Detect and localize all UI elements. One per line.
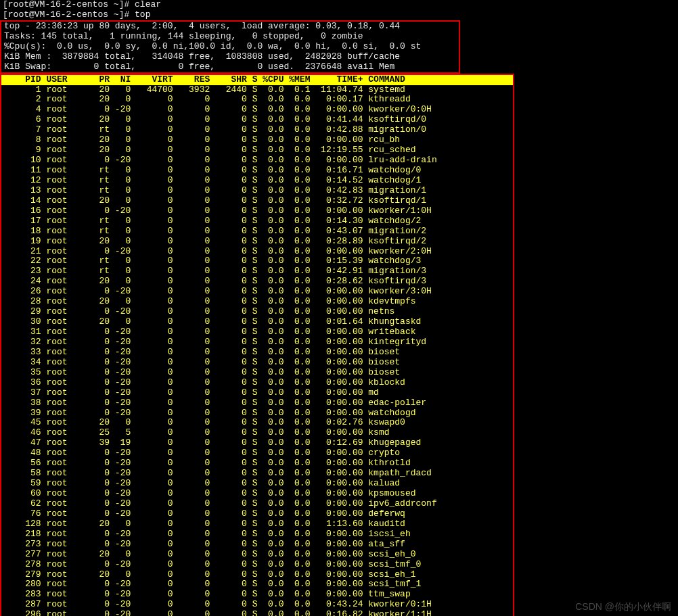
process-row: 31 root 0 -20 0 0 0 S 0.0 0.0 0:00.00 wr…	[1, 327, 513, 337]
process-row: 8 root 20 0 0 0 0 S 0.0 0.0 0:00.00 rcu_…	[1, 135, 513, 145]
prompt-line-2: [root@VM-16-2-centos ~]# top	[0, 10, 678, 20]
process-row: 62 root 0 -20 0 0 0 S 0.0 0.0 0:00.00 ip…	[1, 499, 513, 509]
process-row: 36 root 0 -20 0 0 0 S 0.0 0.0 0:00.00 kb…	[1, 378, 513, 388]
process-row: 29 root 0 -20 0 0 0 S 0.0 0.0 0:00.00 ne…	[1, 307, 513, 317]
process-row: 37 root 0 -20 0 0 0 S 0.0 0.0 0:00.00 md	[1, 388, 513, 398]
process-row: 39 root 0 -20 0 0 0 S 0.0 0.0 0:00.00 wa…	[1, 408, 513, 419]
process-row: 30 root 20 0 0 0 0 S 0.0 0.0 0:01.64 khu…	[1, 317, 513, 327]
prompt-line-1: [root@VM-16-2-centos ~]# clear	[0, 0, 678, 10]
process-row: 279 root 20 0 0 0 0 S 0.0 0.0 0:00.00 sc…	[1, 570, 513, 580]
top-summary-box: top - 23:36:23 up 80 days, 2:00, 4 users…	[0, 20, 460, 74]
summary-tasks: Tasks: 145 total, 1 running, 144 sleepin…	[4, 32, 456, 42]
process-row: 13 root rt 0 0 0 0 S 0.0 0.0 0:42.83 mig…	[1, 186, 513, 196]
process-row: 280 root 0 -20 0 0 0 S 0.0 0.0 0:00.00 s…	[1, 579, 513, 590]
process-row: 35 root 0 -20 0 0 0 S 0.0 0.0 0:00.00 bi…	[1, 368, 513, 378]
process-row: 47 root 39 19 0 0 0 S 0.0 0.0 0:12.69 kh…	[1, 438, 513, 448]
process-row: 48 root 0 -20 0 0 0 S 0.0 0.0 0:00.00 cr…	[1, 448, 513, 458]
process-row: 2 root 20 0 0 0 0 S 0.0 0.0 0:00.17 kthr…	[1, 95, 513, 105]
process-row: 26 root 0 -20 0 0 0 S 0.0 0.0 0:00.00 kw…	[1, 287, 513, 297]
process-row: 33 root 0 -20 0 0 0 S 0.0 0.0 0:00.00 bi…	[1, 348, 513, 358]
watermark: CSDN @你的小伙伴啊	[575, 601, 671, 612]
summary-cpu: %Cpu(s): 0.0 us, 0.0 sy, 0.0 ni,100.0 id…	[4, 42, 456, 52]
process-row: 128 root 20 0 0 0 0 S 0.0 0.0 1:13.60 ka…	[1, 519, 513, 529]
process-row: 287 root 0 -20 0 0 0 S 0.0 0.0 0:43.24 k…	[1, 600, 513, 610]
process-row: 17 root rt 0 0 0 0 S 0.0 0.0 0:14.30 wat…	[1, 216, 513, 227]
process-row: 58 root 0 -20 0 0 0 S 0.0 0.0 0:00.00 km…	[1, 469, 513, 479]
process-row: 22 root rt 0 0 0 0 S 0.0 0.0 0:15.39 wat…	[1, 256, 513, 266]
process-row: 7 root rt 0 0 0 0 S 0.0 0.0 0:42.88 migr…	[1, 125, 513, 135]
process-row: 23 root rt 0 0 0 0 S 0.0 0.0 0:42.91 mig…	[1, 266, 513, 277]
process-row: 278 root 0 -20 0 0 0 S 0.0 0.0 0:00.00 s…	[1, 560, 513, 570]
process-row: 46 root 25 5 0 0 0 S 0.0 0.0 0:00.00 ksm…	[1, 428, 513, 438]
process-row: 273 root 0 -20 0 0 0 S 0.0 0.0 0:00.00 a…	[1, 540, 513, 550]
process-row: 296 root 0 -20 0 0 0 S 0.0 0.0 0:16.82 k…	[1, 610, 513, 616]
process-row: 56 root 0 -20 0 0 0 S 0.0 0.0 0:00.00 kt…	[1, 458, 513, 469]
process-row: 16 root 0 -20 0 0 0 S 0.0 0.0 0:00.00 kw…	[1, 206, 513, 216]
process-row: 18 root rt 0 0 0 0 S 0.0 0.0 0:43.07 mig…	[1, 227, 513, 237]
process-row: 4 root 0 -20 0 0 0 S 0.0 0.0 0:00.00 kwo…	[1, 105, 513, 115]
process-row: 19 root 20 0 0 0 0 S 0.0 0.0 0:28.89 kso…	[1, 237, 513, 247]
process-row: 218 root 0 -20 0 0 0 S 0.0 0.0 0:00.00 i…	[1, 529, 513, 540]
process-row: 45 root 20 0 0 0 0 S 0.0 0.0 0:02.76 ksw…	[1, 418, 513, 428]
process-row: 12 root rt 0 0 0 0 S 0.0 0.0 0:14.52 wat…	[1, 176, 513, 186]
process-row: 60 root 0 -20 0 0 0 S 0.0 0.0 0:00.00 kp…	[1, 489, 513, 499]
process-row: 34 root 0 -20 0 0 0 S 0.0 0.0 0:00.00 bi…	[1, 358, 513, 368]
process-rows: 1 root 20 0 44700 3932 2440 S 0.0 0.1 11…	[1, 85, 513, 617]
process-row: 24 root 20 0 0 0 0 S 0.0 0.0 0:28.62 kso…	[1, 277, 513, 287]
process-row: 21 root 0 -20 0 0 0 S 0.0 0.0 0:00.00 kw…	[1, 247, 513, 257]
process-row: 277 root 20 0 0 0 0 S 0.0 0.0 0:00.00 sc…	[1, 550, 513, 560]
process-row: 1 root 20 0 44700 3932 2440 S 0.0 0.1 11…	[1, 85, 513, 95]
process-row: 38 root 0 -20 0 0 0 S 0.0 0.0 0:00.00 ed…	[1, 398, 513, 408]
process-header-row: PID USER PR NI VIRT RES SHR S %CPU %MEM …	[1, 75, 513, 85]
process-row: 28 root 20 0 0 0 0 S 0.0 0.0 0:00.00 kde…	[1, 297, 513, 307]
summary-mem: KiB Mem : 3879884 total, 314048 free, 10…	[4, 52, 456, 62]
process-row: 283 root 0 -20 0 0 0 S 0.0 0.0 0:00.00 t…	[1, 590, 513, 600]
process-row: 59 root 0 -20 0 0 0 S 0.0 0.0 0:00.00 ka…	[1, 479, 513, 489]
process-row: 76 root 0 -20 0 0 0 S 0.0 0.0 0:00.00 de…	[1, 509, 513, 519]
process-row: 6 root 20 0 0 0 0 S 0.0 0.0 0:41.44 ksof…	[1, 115, 513, 125]
process-list-box: PID USER PR NI VIRT RES SHR S %CPU %MEM …	[0, 74, 514, 616]
process-row: 10 root 0 -20 0 0 0 S 0.0 0.0 0:00.00 lr…	[1, 156, 513, 166]
summary-uptime: top - 23:36:23 up 80 days, 2:00, 4 users…	[4, 22, 456, 32]
process-row: 32 root 0 -20 0 0 0 S 0.0 0.0 0:00.00 ki…	[1, 337, 513, 348]
process-row: 9 root 20 0 0 0 0 S 0.0 0.0 12:19.55 rcu…	[1, 145, 513, 156]
process-row: 14 root 20 0 0 0 0 S 0.0 0.0 0:32.72 kso…	[1, 196, 513, 206]
process-row: 11 root rt 0 0 0 0 S 0.0 0.0 0:16.71 wat…	[1, 166, 513, 176]
summary-swap: KiB Swap: 0 total, 0 free, 0 used. 23766…	[4, 62, 456, 72]
